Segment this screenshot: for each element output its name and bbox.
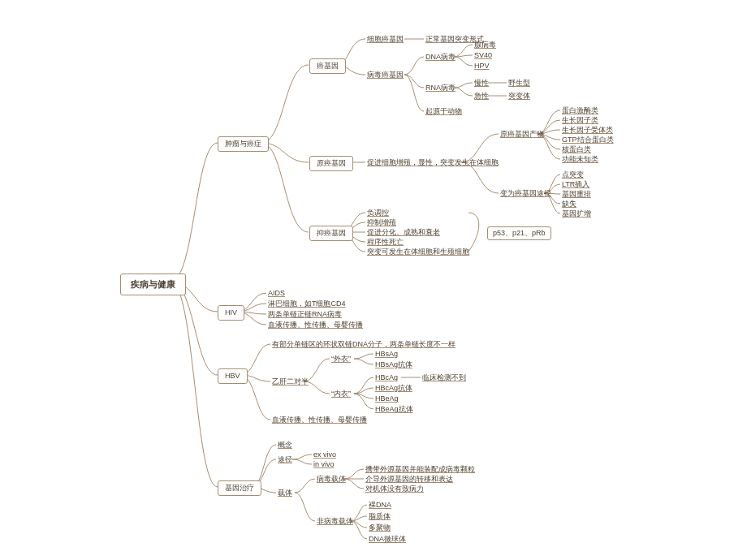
leaf: “外衣” [331,355,351,364]
leaf: 血液传播、性传播、母婴传播 [272,416,367,424]
leaf: 脂质体 [369,512,391,521]
leaf: 腺病毒 [474,41,496,50]
leaf: 促进细胞增殖，显性，突变发生在体细胞 [367,158,499,167]
leaf: 生长因子受体类 [562,126,613,135]
leaf: 两条单链正链RNA病毒 [268,310,342,319]
leaf: 携带外源基因并能装配成病毒颗粒 [365,465,475,474]
leaf: 生长因子类 [562,116,598,125]
branch-tumor: 肿瘤与癌症 [218,136,269,152]
leaf: 介导外源基因的转移和表达 [365,475,453,484]
leaf: “内衣” [331,390,351,398]
leaf: 蛋白激酶类 [562,106,598,115]
leaf: ex vivo [313,450,336,459]
leaf: in vivo [313,460,335,469]
leaf: HBeAg抗体 [375,405,413,414]
leaf: AIDS [268,289,285,298]
leaf: 野生型 [508,79,530,88]
node-suppressor: 抑癌基因 [309,226,353,241]
node-proto: 原癌基因 [309,156,353,171]
leaf: 裸DNA [369,501,391,510]
leaf: HBsAg [375,350,398,359]
leaf: HBeAg [375,394,399,403]
branch-hiv: HIV [218,305,244,321]
leaf: 病毒癌基因 [367,71,404,80]
leaf: 基因扩增 [562,209,591,218]
leaf: 淋巴细胞，如T细胞CD4 [268,299,346,308]
leaf: 程序性死亡 [367,238,404,247]
leaf: 缺失 [562,200,576,209]
leaf: 病毒载体 [317,475,346,484]
leaf: 抑制增殖 [367,218,396,227]
leaf: 概念 [278,441,292,450]
leaf: HPV [474,62,490,71]
leaf: 细胞癌基因 [367,35,404,44]
leaf: 非病毒载体 [317,517,353,526]
node-oncogene: 癌基因 [309,58,346,74]
leaf: 点突变 [562,170,584,179]
leaf: 载体 [278,489,292,498]
leaf: 途径 [278,455,292,464]
leaf: 基因重排 [562,190,591,199]
leaf: 起源于动物 [425,107,462,116]
leaf: HBcAg [375,373,398,382]
leaf: 功能未知类 [562,155,598,164]
leaf: 急性 [474,92,489,101]
leaf: RNA病毒 [425,84,456,93]
leaf: GTP结合蛋白类 [562,136,614,144]
leaf: 多聚物 [369,523,391,532]
leaf: 乙肝二对半 [272,377,309,386]
branch-hbv: HBV [218,368,248,384]
root-node: 疾病与健康 [120,274,186,295]
leaf: DNA病毒 [425,53,456,62]
leaf: 血液传播、性传播、母婴传播 [268,321,363,330]
leaf: 促进分化、成熟和衰老 [367,228,440,237]
leaf: LTR插入 [562,180,589,189]
leaf: 原癌基因产物 [500,130,544,139]
leaf: HBcAg抗体 [375,384,412,393]
annot-suppressor: p53、p21、pRb [487,226,551,240]
leaf: 突变可发生在体细胞和生殖细胞 [367,248,469,256]
leaf: 慢性 [474,79,489,88]
leaf: 负调控 [367,209,389,218]
leaf: 变为癌基因途径 [500,189,551,198]
branch-gene-therapy: 基因治疗 [218,480,261,496]
leaf: 对机体没有致病力 [365,485,424,493]
leaf: 核蛋白类 [562,145,591,154]
leaf: SV40 [474,51,492,60]
leaf: DNA微球体 [369,535,406,544]
leaf: 临床检测不到 [422,373,466,382]
leaf: 突变体 [508,92,530,101]
leaf: HBsAg抗体 [375,360,412,369]
leaf: 有部分单链区的环状双链DNA分子，两条单链长度不一样 [272,340,456,349]
